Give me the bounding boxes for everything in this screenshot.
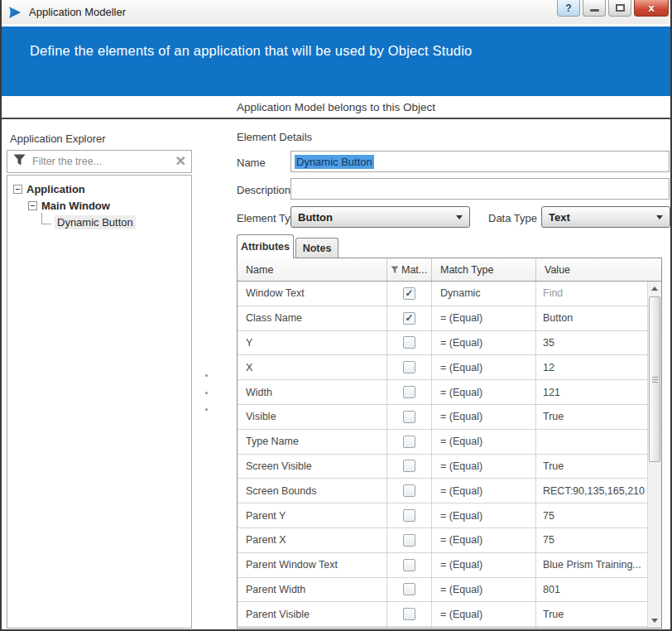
match-checkbox-unchecked[interactable]	[403, 583, 415, 595]
attribute-row[interactable]: X= (Equal)12	[238, 355, 647, 380]
attribute-name: X	[238, 355, 387, 379]
attribute-match-type: = (Equal)	[432, 553, 536, 577]
attribute-value: 801	[536, 578, 647, 602]
titlebar: Application Modeller ? x	[2, 0, 670, 24]
attribute-row[interactable]: Screen Bounds= (Equal)RECT:90,135,165,21…	[238, 479, 647, 503]
attribute-match-type: = (Equal)	[432, 331, 536, 355]
attribute-value: 75	[536, 528, 647, 552]
attribute-value: True	[536, 602, 647, 626]
attribute-row[interactable]: Parent Visible= (Equal)True	[238, 602, 647, 627]
tree-node-application[interactable]: Application	[7, 181, 191, 197]
attributes-table: Name Mat... Match Type Value Window Text…	[237, 258, 662, 629]
attribute-match-cell	[387, 479, 432, 503]
close-icon: x	[648, 2, 654, 14]
match-checkbox-unchecked[interactable]	[403, 534, 415, 547]
table-scrollbar[interactable]	[647, 282, 661, 628]
attribute-row[interactable]: Visible= (Equal)True	[238, 405, 647, 430]
match-checkbox-unchecked[interactable]	[403, 460, 415, 472]
attribute-match-cell	[387, 355, 432, 379]
scroll-up-button[interactable]	[648, 282, 661, 295]
panel-splitter[interactable]	[203, 374, 209, 411]
column-header-name[interactable]: Name	[238, 258, 387, 281]
tree-node-label: Main Window	[41, 200, 110, 212]
match-checkbox-unchecked[interactable]	[403, 484, 415, 497]
attribute-name: Parent Window Text	[238, 553, 387, 577]
data-type-label: Data Type	[488, 212, 537, 224]
attribute-match-type: Dynamic	[432, 282, 536, 306]
match-checkbox-unchecked[interactable]	[403, 608, 415, 620]
attribute-match-type: = (Equal)	[432, 503, 536, 527]
match-checkbox-unchecked[interactable]	[403, 336, 415, 349]
match-checkbox-unchecked[interactable]	[403, 411, 415, 423]
name-input[interactable]: Dynamic Button	[290, 151, 670, 172]
description-label: Description	[237, 184, 290, 196]
match-checkbox-unchecked[interactable]	[403, 436, 415, 448]
attribute-name: Parent Width	[238, 578, 387, 602]
maximize-icon	[616, 4, 625, 12]
match-checkbox-unchecked[interactable]	[403, 559, 415, 571]
match-checkbox-unchecked[interactable]	[403, 386, 415, 398]
tree-connector-line	[41, 213, 51, 224]
attribute-row[interactable]: Parent Window Text= (Equal)Blue Prism Tr…	[238, 553, 647, 578]
attribute-row[interactable]: Class Name✓= (Equal)Button	[238, 306, 647, 331]
attribute-row[interactable]: Window Text✓DynamicFind	[238, 282, 647, 306]
chevron-down-icon	[456, 215, 463, 219]
data-type-select[interactable]: Text	[541, 206, 670, 228]
column-header-match[interactable]: Mat...	[387, 258, 432, 281]
attribute-value: Find	[536, 282, 647, 306]
minimize-button[interactable]	[583, 0, 606, 17]
tab-notes-label: Notes	[303, 243, 332, 254]
attribute-match-cell	[387, 503, 432, 527]
element-details-title: Element Details	[237, 131, 312, 143]
tree-filter-input[interactable]	[31, 155, 170, 168]
match-checkbox-unchecked[interactable]	[403, 361, 415, 373]
attribute-match-cell	[387, 578, 432, 602]
attribute-match-cell	[387, 380, 432, 404]
attribute-match-type: = (Equal)	[432, 355, 536, 379]
maximize-button[interactable]	[608, 0, 631, 17]
description-input[interactable]	[290, 178, 670, 200]
window-controls: ? x	[557, 0, 669, 17]
help-icon: ?	[565, 2, 571, 14]
column-header-value[interactable]: Value	[536, 258, 661, 281]
match-checkbox-unchecked[interactable]	[403, 509, 415, 522]
close-button[interactable]: x	[634, 0, 669, 17]
blue-prism-logo-icon	[8, 6, 23, 19]
attribute-match-type: = (Equal)	[432, 380, 536, 404]
filter-clear-icon[interactable]: ✕	[175, 155, 186, 168]
data-type-value: Text	[549, 211, 570, 224]
tree-node-dynamic-button[interactable]: Dynamic Button	[7, 214, 191, 230]
column-header-match-type[interactable]: Match Type	[432, 258, 536, 281]
subheader: Application Model belongs to this Object	[2, 96, 670, 119]
attribute-row[interactable]: Parent Width= (Equal)801	[238, 578, 647, 603]
attribute-value: 121	[536, 380, 647, 404]
chevron-down-icon	[656, 215, 663, 219]
tree-node-main-window[interactable]: Main Window	[7, 197, 191, 214]
attribute-match-cell	[387, 331, 432, 355]
tree-node-label: Dynamic Button	[55, 215, 136, 229]
attribute-match-cell	[387, 405, 432, 429]
tab-attributes[interactable]: Attributes	[237, 234, 294, 258]
help-button[interactable]: ?	[557, 0, 580, 17]
attribute-name: Parent Visible	[238, 602, 387, 626]
scrollbar-thumb[interactable]	[649, 296, 660, 462]
attribute-row[interactable]: Parent X= (Equal)75	[238, 528, 647, 553]
attribute-row[interactable]: Type Name= (Equal)	[238, 430, 647, 455]
header-funnel-icon	[391, 266, 399, 274]
attribute-name: Parent X	[238, 528, 387, 552]
attribute-row[interactable]: Screen Visible= (Equal)True	[238, 455, 647, 479]
match-checkbox-checked[interactable]: ✓	[403, 287, 415, 300]
element-type-select[interactable]: Button	[290, 206, 470, 228]
attribute-row[interactable]: Y= (Equal)35	[238, 331, 647, 356]
attribute-name: Type Name	[238, 430, 387, 454]
tab-notes[interactable]: Notes	[295, 238, 338, 258]
tree-collapse-icon[interactable]	[13, 185, 22, 194]
attribute-row[interactable]: Parent Y= (Equal)75	[238, 503, 647, 528]
match-checkbox-checked[interactable]: ✓	[403, 312, 415, 325]
attribute-match-cell	[387, 528, 432, 552]
scroll-down-button[interactable]	[648, 614, 661, 627]
attribute-match-type: = (Equal)	[432, 602, 536, 626]
tree-collapse-icon[interactable]	[28, 201, 37, 210]
attribute-row[interactable]: Width= (Equal)121	[238, 380, 647, 405]
attribute-value: True	[536, 455, 647, 479]
